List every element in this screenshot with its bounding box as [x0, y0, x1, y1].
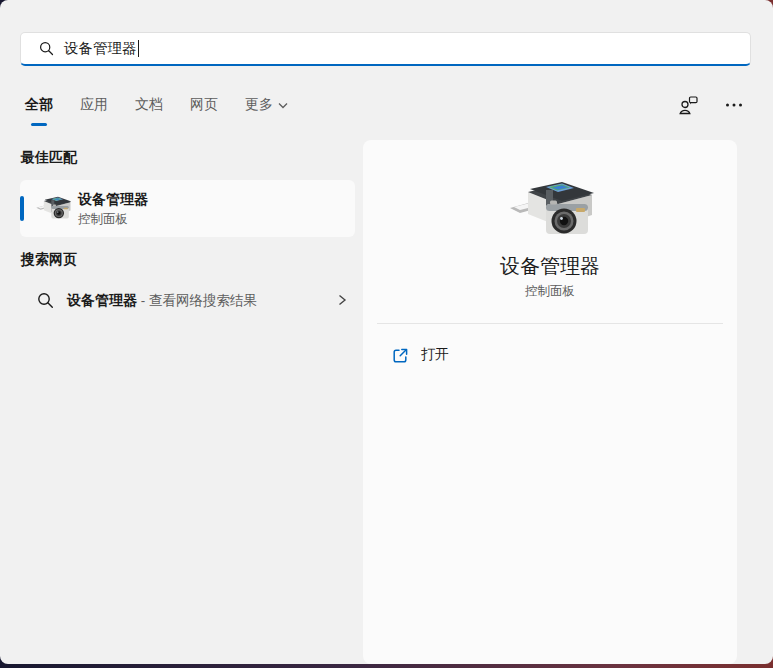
tab-documents[interactable]: 文档: [135, 96, 163, 118]
search-icon: [39, 41, 54, 56]
search-icon: [37, 292, 54, 309]
chevron-right-icon: [335, 293, 349, 307]
search-input-value: 设备管理器: [64, 39, 137, 58]
more-options-icon[interactable]: [723, 94, 745, 116]
result-title: 设备管理器: [78, 191, 148, 209]
web-search-suggestion[interactable]: 设备管理器 - 查看网络搜索结果: [20, 281, 355, 321]
tab-more[interactable]: 更多: [245, 96, 288, 118]
preview-pane: 设备管理器 控制面板 打开: [363, 140, 737, 664]
tab-apps[interactable]: 应用: [80, 96, 108, 118]
tab-web[interactable]: 网页: [190, 96, 218, 118]
active-tab-underline: [31, 123, 47, 126]
preview-title: 设备管理器: [363, 253, 737, 280]
text-caret: [138, 40, 139, 57]
divider: [377, 323, 723, 324]
web-suggestion-text: 设备管理器 - 查看网络搜索结果: [67, 292, 257, 310]
search-filter-tabs: 全部 应用 文档 网页 更多: [25, 96, 288, 118]
open-external-icon: [392, 347, 409, 364]
result-subtitle: 控制面板: [78, 211, 128, 228]
search-input[interactable]: 设备管理器: [20, 32, 751, 66]
web-search-header: 搜索网页: [21, 251, 77, 269]
best-match-result-device-manager[interactable]: 设备管理器 控制面板: [20, 180, 355, 237]
open-action[interactable]: 打开: [377, 337, 723, 373]
tab-all[interactable]: 全部: [25, 96, 53, 118]
preview-subtitle: 控制面板: [363, 283, 737, 300]
chevron-down-icon: [278, 96, 288, 112]
account-feedback-icon[interactable]: [677, 94, 699, 116]
search-flyout-window: 设备管理器 全部 应用 文档 网页 更多: [0, 0, 773, 664]
device-manager-icon: [502, 178, 598, 242]
open-action-label: 打开: [421, 346, 449, 364]
best-match-header: 最佳匹配: [21, 149, 77, 167]
selection-accent-bar: [20, 196, 24, 221]
device-manager-icon: [33, 195, 73, 222]
